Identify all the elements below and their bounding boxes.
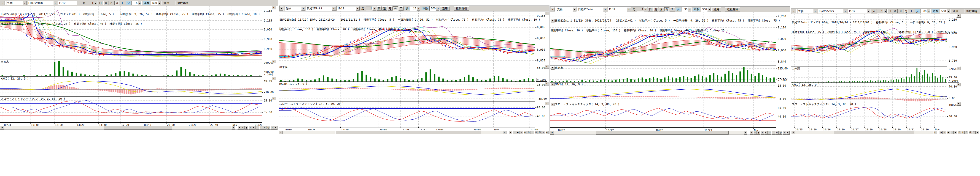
day-count-spinner[interactable]: 1◢: [366, 6, 376, 11]
volume-chart[interactable]: [791, 66, 947, 83]
period-weekly-button[interactable]: 週: [893, 9, 898, 13]
drawing-tool-button[interactable]: ►: [786, 131, 790, 134]
pane-menu-button[interactable]: ▼: [545, 102, 549, 105]
period-tick-button[interactable]: T: [909, 9, 914, 13]
instrument-type-select[interactable]: 先物▼: [6, 1, 27, 5]
drawing-tool-button[interactable]: D: [958, 131, 961, 134]
minute-value-spinner[interactable]: 5◢: [131, 1, 142, 5]
scrollbar-track[interactable]: [554, 131, 744, 134]
period-tick-button[interactable]: T: [670, 7, 675, 11]
drawing-tool-button[interactable]: ►: [954, 131, 957, 134]
scrollbar-thumb[interactable]: [596, 131, 729, 134]
scrollbar-track[interactable]: [4, 126, 232, 130]
drawing-tool-button[interactable]: D: [768, 131, 772, 134]
period-weekly-button[interactable]: 週: [653, 7, 659, 11]
apply-button[interactable]: 適用: [950, 9, 960, 13]
drawing-tool-button[interactable]: ▪: [248, 126, 252, 130]
window-menu-combo[interactable]: ▼: [1, 1, 6, 5]
drawing-tool-button[interactable]: ◄: [237, 126, 241, 130]
drawing-tool-button[interactable]: L: [961, 131, 965, 134]
period-monthly-button[interactable]: 月: [898, 9, 903, 13]
scroll-left-button[interactable]: ◄: [279, 131, 283, 134]
drawing-tool-button[interactable]: Y: [542, 131, 545, 134]
drawing-tool-button[interactable]: ▪: [760, 131, 764, 134]
scrollbar-thumb[interactable]: [104, 126, 172, 130]
price-chart[interactable]: [279, 11, 535, 65]
period-monthly-button[interactable]: 月: [109, 1, 114, 5]
pane-menu-button[interactable]: ▼: [956, 14, 961, 18]
pane-menu-button[interactable]: ▼: [545, 65, 549, 69]
pane-menu-button[interactable]: ▼: [272, 6, 276, 10]
scroll-left-button[interactable]: ◄: [550, 131, 554, 134]
drawing-tool-button[interactable]: ►: [523, 131, 527, 134]
contract-month-select[interactable]: 11/12▼: [608, 7, 631, 12]
apply-button[interactable]: 適用: [711, 7, 721, 11]
spin-icon[interactable]: ◢: [644, 7, 647, 11]
pane-menu-button[interactable]: ▼: [545, 11, 549, 15]
scroll-right-button[interactable]: ►: [744, 131, 747, 134]
price-chart[interactable]: [791, 14, 947, 66]
period-monthly-button[interactable]: 月: [388, 6, 393, 11]
contract-month-select[interactable]: 11/12▼: [58, 1, 81, 5]
multi-symbol-button[interactable]: 複数銘柄: [175, 1, 190, 5]
multi-symbol-button[interactable]: 複数銘柄: [725, 7, 740, 11]
pane-menu-button[interactable]: ▼: [550, 103, 555, 106]
pane-menu-button[interactable]: ▼: [272, 77, 276, 80]
drawing-tool-button[interactable]: R: [775, 131, 779, 134]
contract-month-select[interactable]: 11/12▼: [848, 9, 871, 13]
pane-menu-button[interactable]: ▼: [550, 83, 555, 86]
spin-icon[interactable]: ◢: [947, 9, 950, 13]
period-minute-button[interactable]: 分: [115, 1, 119, 5]
drawing-tool-button[interactable]: ◆: [516, 131, 520, 134]
bar-count-spinner[interactable]: 500◢: [430, 6, 440, 11]
multi-symbol-button[interactable]: 複数銘柄: [454, 6, 469, 11]
period-minute-button[interactable]: 分: [904, 9, 908, 13]
drawing-tool-button[interactable]: +: [753, 131, 757, 134]
drawing-tool-button[interactable]: D: [527, 131, 530, 134]
drawing-tool-button[interactable]: @: [779, 131, 782, 134]
drawing-tool-button[interactable]: R: [965, 131, 968, 134]
drawing-tool-button[interactable]: +: [512, 131, 516, 134]
price-chart[interactable]: [550, 12, 776, 66]
pane-menu-button[interactable]: ▼: [956, 83, 961, 86]
symbol-select[interactable]: 日経225mini▼: [818, 9, 847, 13]
period-tick-button[interactable]: T: [398, 6, 404, 11]
drawing-tool-button[interactable]: R: [535, 131, 538, 134]
window-menu-combo[interactable]: ▼: [279, 6, 284, 11]
drawing-tool-button[interactable]: R: [263, 126, 267, 130]
minute-value-spinner[interactable]: 30◢: [681, 7, 692, 12]
period-weekly-button[interactable]: 週: [103, 1, 108, 5]
drawing-tool-button[interactable]: +: [241, 126, 245, 130]
instrument-type-select[interactable]: 先物▼: [556, 7, 577, 12]
drawing-tool-button[interactable]: ◄: [749, 131, 753, 134]
scroll-left-button[interactable]: ◄: [791, 131, 795, 134]
spin-icon[interactable]: ◢: [688, 7, 691, 11]
drawing-tool-button[interactable]: Y: [270, 126, 274, 130]
instrument-type-select[interactable]: 先物▼: [285, 6, 305, 11]
multi-symbol-button[interactable]: 複数銘柄: [964, 9, 979, 13]
spin-icon[interactable]: ◢: [372, 6, 376, 11]
drawing-tool-button[interactable]: ◆: [757, 131, 760, 134]
volume-chart[interactable]: [0, 60, 262, 77]
drawing-tool-button[interactable]: L: [772, 131, 775, 134]
drawing-tool-button[interactable]: L: [259, 126, 263, 130]
apply-button[interactable]: 適用: [440, 6, 450, 11]
period-minute-button[interactable]: 分: [664, 7, 669, 11]
period-daily-button[interactable]: 日: [98, 1, 103, 5]
scrollbar-thumb[interactable]: [336, 131, 481, 134]
symbol-select[interactable]: 日経225mini▼: [577, 7, 607, 12]
pane-menu-button[interactable]: ▼: [550, 66, 555, 70]
period-daily-button[interactable]: 日: [887, 9, 892, 13]
pane-menu-button[interactable]: ▼: [956, 102, 961, 106]
spin-icon[interactable]: ◢: [138, 1, 142, 5]
scroll-left-button[interactable]: ◄: [0, 126, 4, 130]
spin-icon[interactable]: ◢: [927, 9, 931, 13]
minute-value-spinner[interactable]: 60◢: [920, 9, 931, 13]
drawing-tool-button[interactable]: ►: [764, 131, 768, 134]
drawing-tool-button[interactable]: ►: [274, 126, 277, 130]
window-menu-combo[interactable]: ▼: [550, 7, 556, 12]
period-tick-button[interactable]: T: [120, 1, 125, 5]
period-daily-button[interactable]: 日: [648, 7, 653, 11]
spin-icon[interactable]: ◢: [436, 6, 439, 11]
pane-menu-button[interactable]: ▼: [272, 60, 276, 63]
